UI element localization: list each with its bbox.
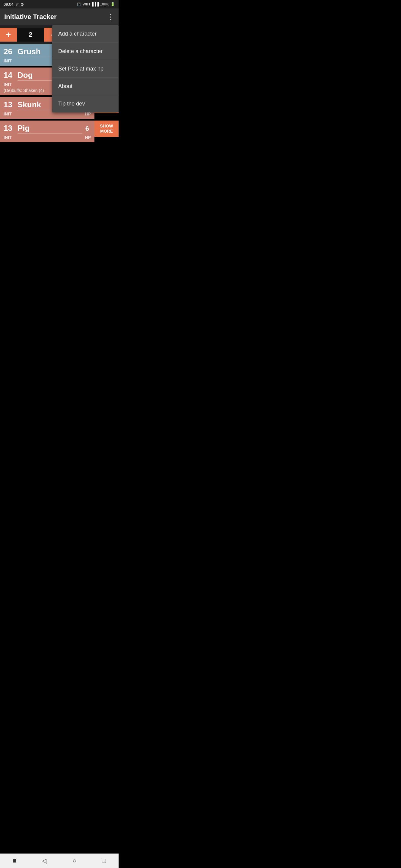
app-bar: Initiative Tracker ⋮	[0, 8, 119, 25]
app-title: Initiative Tracker	[4, 13, 57, 21]
grush-init: 26	[4, 47, 15, 56]
status-left: 09:04 ⇄ ⊘	[4, 2, 24, 7]
pig-name: Pig	[18, 124, 82, 134]
battery-icon: 🔋	[110, 2, 115, 6]
nfc-icon: ⇄	[16, 2, 19, 7]
status-right: 📳 WiFi ▐▐▐ 100% 🔋	[77, 2, 115, 6]
time: 09:04	[4, 2, 13, 7]
pig-show-more-button[interactable]: SHOW MORE	[94, 121, 119, 137]
status-bar: 09:04 ⇄ ⊘ 📳 WiFi ▐▐▐ 100% 🔋	[0, 0, 119, 8]
pig-hp-label: HP	[85, 135, 91, 140]
pig-footer: INIT HP	[4, 135, 91, 140]
skunk-init-label: INIT	[4, 112, 11, 116]
vibrate-icon: 📳	[77, 2, 82, 6]
menu-item-set-pcs-max-hp[interactable]: Set PCs at max hp	[52, 60, 119, 78]
skunk-init: 13	[4, 100, 15, 110]
pig-init-label: INIT	[4, 135, 11, 140]
menu-item-add-character[interactable]: Add a character	[52, 25, 119, 43]
pig-hp-val: 6	[85, 125, 89, 133]
pig-init: 13	[4, 124, 15, 133]
menu-item-tip-dev[interactable]: Tip the dev	[52, 95, 119, 113]
battery-percent: 100%	[100, 2, 109, 6]
pig-header: 13 Pig 6	[4, 124, 91, 134]
pig-content: 13 Pig 6 INIT HP	[0, 121, 94, 142]
increment-button[interactable]: +	[0, 28, 17, 41]
grush-init-label: INIT	[4, 59, 11, 63]
dog-init-label: INIT	[4, 82, 11, 87]
overflow-menu-icon[interactable]: ⋮	[107, 13, 114, 21]
wifi-icon: WiFi	[83, 2, 90, 6]
menu-item-about[interactable]: About	[52, 78, 119, 95]
menu-item-delete-character[interactable]: Delete a character	[52, 43, 119, 60]
dropdown-menu: Add a character Delete a character Set P…	[52, 25, 119, 113]
round-input[interactable]	[17, 28, 44, 41]
dog-init: 14	[4, 70, 15, 80]
character-row-pig: 13 Pig 6 INIT HP SHOW MORE	[0, 121, 119, 142]
dnd-icon: ⊘	[21, 2, 24, 7]
signal-icon: ▐▐▐	[91, 2, 99, 6]
